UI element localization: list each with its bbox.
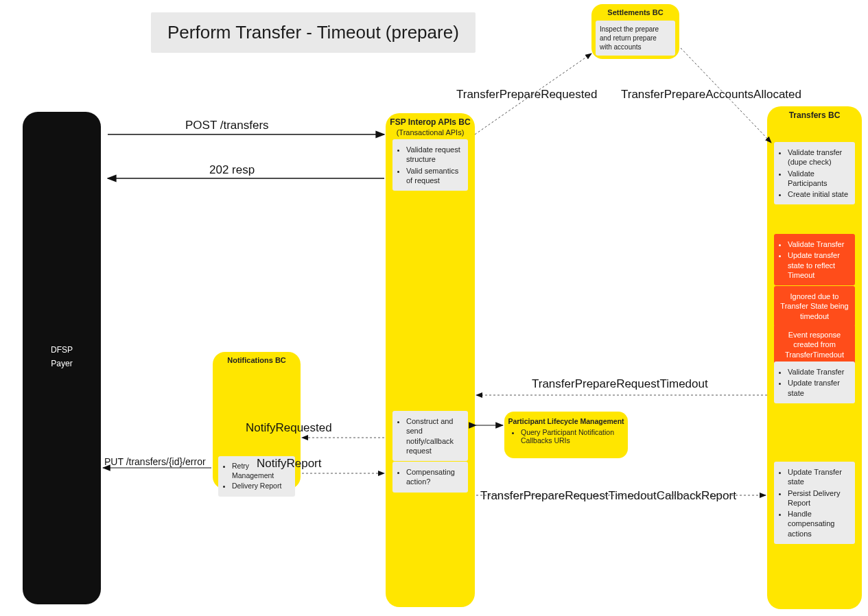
notifications-delivery: Delivery Report: [232, 482, 290, 491]
actor-participant-lifecycle: Participant Lifecycle Management Query P…: [504, 412, 628, 458]
msg-callback-report: TransferPrepareRequestTimedoutCallbackRe…: [480, 488, 775, 503]
transfers-g3-persist: Persist Delivery Report: [788, 488, 849, 508]
notifications-title: Notifications BC: [213, 352, 301, 364]
msg-request-timedout: TransferPrepareRequestTimedout: [532, 377, 708, 391]
fsp-validate-structure: Validate request structure: [406, 145, 462, 165]
settlements-title: Settlements BC: [591, 4, 679, 16]
transfers-g2-update: Update transfer state: [788, 378, 849, 398]
transfers-validate-participants: Validate Participants: [788, 169, 849, 189]
transfers-orange-3: Event response created from TransferTime…: [774, 324, 855, 365]
transfers-g2-validate: Validate Transfer: [788, 367, 849, 377]
diagram-title: Perform Transfer - Timeout (prepare): [151, 12, 476, 53]
transfers-grey-1: Validate transfer (dupe check) Validate …: [774, 142, 855, 204]
transfers-g3-update: Update Transfer state: [788, 467, 849, 487]
transfers-validate-transfer: Validate Transfer: [788, 239, 849, 249]
settlements-note: Inspect the prepare and return prepare w…: [596, 21, 675, 56]
msg-prepare-requested: TransferPrepareRequested: [456, 88, 597, 102]
fsp-subtitle: (Transactional APIs): [386, 127, 475, 137]
fsp-validate-semantics: Valid semantics of request: [406, 166, 462, 186]
transfers-update-timeout: Update transfer state to reflect Timeout: [788, 250, 849, 280]
participants-title: Participant Lifecycle Management: [504, 412, 628, 425]
transfers-validate-dupe: Validate transfer (dupe check): [788, 147, 849, 167]
transfers-orange-1: Validate Transfer Update transfer state …: [774, 234, 855, 285]
msg-post-transfers: POST /transfers: [185, 119, 269, 132]
msg-notify-report: NotifyReport: [257, 457, 321, 471]
actor-settlements-bc: Settlements BC Inspect the prepare and r…: [591, 4, 679, 59]
actor-fsp-interop: FSP Interop APIs BC (Transactional APIs)…: [386, 113, 475, 607]
msg-notify-requested: NotifyRequested: [246, 421, 332, 435]
transfers-grey-2: Validate Transfer Update transfer state: [774, 362, 855, 403]
transfers-create-state: Create initial state: [788, 189, 849, 199]
fsp-note-validate: Validate request structure Valid semanti…: [392, 139, 468, 191]
fsp-compensating: Compensating action?: [406, 467, 462, 487]
dfsp-payer-label: Payer: [23, 359, 101, 368]
transfers-orange-2: Ignored due to Transfer State being time…: [774, 286, 855, 327]
dfsp-label: DFSP: [23, 345, 101, 355]
fsp-note-compensating: Compensating action?: [392, 462, 468, 493]
transfers-title: Transfers BC: [767, 106, 862, 120]
actor-dfsp-payer: DFSP Payer: [23, 112, 101, 604]
transfers-grey-3: Update Transfer state Persist Delivery R…: [774, 462, 855, 544]
actor-transfers: Transfers BC Validate transfer (dupe che…: [767, 106, 862, 609]
fsp-note-construct: Construct and send notify/callback reque…: [392, 411, 468, 461]
msg-put-error: PUT /transfers/{id}/error: [104, 456, 206, 467]
transfers-g3-handle: Handle compensating actions: [788, 509, 849, 538]
msg-accounts-allocated: TransferPrepareAccountsAllocated: [621, 88, 801, 102]
msg-202-resp: 202 resp: [209, 163, 255, 177]
fsp-construct-send: Construct and send notify/callback reque…: [406, 416, 462, 455]
fsp-title: FSP Interop APIs BC: [386, 113, 475, 127]
participants-item: Query Participant Notification Callbacks…: [521, 428, 622, 445]
